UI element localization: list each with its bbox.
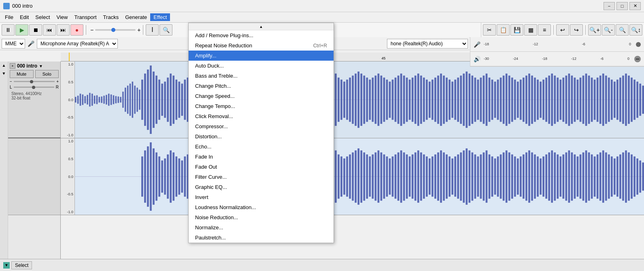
svg-rect-208 (144, 150, 146, 203)
menu-effect[interactable]: Effect (150, 13, 170, 21)
scroll-up-button[interactable]: ▲ (189, 23, 334, 30)
menu-add-remove-plugins[interactable]: Add / Remove Plug-ins... (189, 30, 334, 40)
paste-button[interactable]: 💾 (510, 24, 523, 36)
solo-button[interactable]: Solo (35, 70, 59, 78)
svg-rect-295 (392, 157, 394, 197)
mic-icon: 🎤 (28, 40, 34, 47)
svg-rect-34 (155, 76, 157, 124)
input-meter-row: 🎤 -18 -12 -6 0 (470, 37, 644, 52)
svg-rect-335 (506, 150, 508, 203)
skip-back-button[interactable]: ⏮ (43, 24, 56, 36)
audio-host-select[interactable]: MME (2, 39, 25, 49)
output-control[interactable] (634, 56, 641, 62)
svg-rect-279 (346, 157, 348, 197)
level-meters-area: 🎤 -18 -12 -6 0 🔊 -30 -24 -18 -12 -6 0 (470, 37, 644, 67)
pause-button[interactable]: ⏸ (2, 24, 15, 36)
menu-paulstretch[interactable]: Paulstretch... (189, 233, 334, 243)
menu-distortion[interactable]: Distortion... (189, 131, 334, 142)
record-button[interactable]: ● (70, 24, 83, 36)
gain-minus[interactable]: − (10, 79, 12, 84)
svg-rect-27 (136, 88, 138, 112)
svg-rect-135 (443, 76, 445, 124)
svg-rect-205 (642, 86, 644, 114)
menu-amplify[interactable]: Amplify... (189, 51, 334, 61)
skip-forward-button[interactable]: ⏭ (57, 24, 70, 36)
menu-change-pitch[interactable]: Change Pitch... (189, 81, 334, 91)
maximize-button[interactable]: □ (616, 2, 628, 10)
lower-waveform-svg (75, 138, 644, 215)
play-button[interactable]: ▶ (15, 24, 28, 36)
status-arrow[interactable]: ▼ (3, 262, 10, 269)
menu-tracks[interactable]: Tracks (100, 13, 122, 21)
copy-button[interactable]: 📋 (497, 24, 510, 36)
svg-rect-8 (91, 94, 93, 106)
svg-rect-313 (443, 152, 445, 201)
cut-button[interactable]: ✂ (483, 24, 496, 36)
silence-button[interactable]: ≡ (538, 24, 551, 36)
zoom-sel-button[interactable]: 🔍↕ (629, 24, 642, 36)
svg-rect-213 (158, 157, 160, 197)
menu-invert[interactable]: Invert (189, 192, 334, 202)
menu-fade-out[interactable]: Fade Out (189, 162, 334, 172)
menu-item-label: Distortion... (195, 133, 222, 140)
svg-rect-204 (639, 84, 641, 116)
menu-generate[interactable]: Generate (122, 13, 150, 21)
svg-rect-125 (414, 76, 417, 124)
speed-plus[interactable]: + (137, 27, 140, 33)
svg-rect-326 (480, 155, 482, 199)
menu-item-label: Change Tempo... (195, 103, 235, 109)
zoom-fit-button[interactable]: 🔍 (616, 24, 629, 36)
left-tool-1[interactable]: ▲ (1, 63, 7, 70)
pan-slider[interactable] (14, 87, 54, 88)
svg-rect-152 (491, 80, 493, 120)
svg-rect-193 (608, 78, 610, 122)
menu-change-tempo[interactable]: Change Tempo... (189, 101, 334, 111)
menu-compressor[interactable]: Compressor... (189, 121, 334, 131)
tool-cursor[interactable]: I (146, 24, 159, 36)
left-tool-2[interactable]: ▼ (1, 71, 7, 78)
input-device-select[interactable]: Microphone Array (Realtek(R) Au (37, 39, 118, 49)
stop-button[interactable]: ⏹ (29, 24, 42, 36)
close-button[interactable]: ✕ (629, 2, 641, 10)
menu-edit[interactable]: Edit (17, 13, 32, 21)
gain-plus[interactable]: + (56, 79, 59, 84)
undo-button[interactable]: ↩ (556, 24, 569, 36)
svg-rect-140 (457, 78, 459, 122)
speed-minus[interactable]: − (90, 27, 94, 33)
menu-transport[interactable]: Transport (71, 13, 100, 21)
track-close-button[interactable]: × (10, 63, 15, 69)
menu-filter-curve[interactable]: Filter Curve... (189, 172, 334, 182)
menu-noise-reduction[interactable]: Noise Reduction... (189, 212, 334, 222)
menu-normalize[interactable]: Normalize... (189, 222, 334, 233)
menu-change-speed[interactable]: Change Speed... (189, 91, 334, 101)
output-device-select[interactable]: hone (Realtek(R) Audio) (387, 39, 468, 49)
svg-rect-367 (597, 155, 599, 199)
svg-rect-121 (403, 76, 405, 124)
redo-button[interactable]: ↪ (570, 24, 583, 36)
menu-fade-in[interactable]: Fade In (189, 152, 334, 162)
svg-rect-144 (468, 74, 470, 126)
minimize-button[interactable]: − (604, 2, 615, 10)
svg-rect-218 (172, 152, 174, 201)
speed-slider[interactable] (95, 29, 136, 31)
trim-button[interactable]: ▦ (524, 24, 537, 36)
menu-auto-duck[interactable]: Auto Duck... (189, 61, 334, 71)
menu-click-removal[interactable]: Click Removal... (189, 111, 334, 121)
track-arrow[interactable]: ▼ (39, 64, 43, 68)
menu-loudness-normalization[interactable]: Loudness Normalization... (189, 202, 334, 212)
menu-select[interactable]: Select (32, 13, 53, 21)
mute-button[interactable]: Mute (10, 70, 34, 78)
menu-bass-treble[interactable]: Bass and Treble... (189, 71, 334, 81)
menu-echo[interactable]: Echo... (189, 142, 334, 152)
select-button[interactable]: Select (11, 261, 32, 269)
speaker-icon: 🔊 (474, 56, 480, 62)
zoom-in-button[interactable]: 🔍+ (588, 24, 601, 36)
svg-rect-280 (349, 155, 351, 199)
menu-file[interactable]: File (2, 13, 17, 21)
menu-repeat-noise-reduction[interactable]: Repeat Noise Reduction Ctrl+R (189, 40, 334, 51)
gain-slider[interactable] (14, 81, 55, 82)
tool-zoom[interactable]: 🔍 (159, 24, 172, 36)
menu-graphic-eq[interactable]: Graphic EQ... (189, 182, 334, 192)
zoom-out-button[interactable]: 🔍- (602, 24, 615, 36)
menu-view[interactable]: View (53, 13, 71, 21)
